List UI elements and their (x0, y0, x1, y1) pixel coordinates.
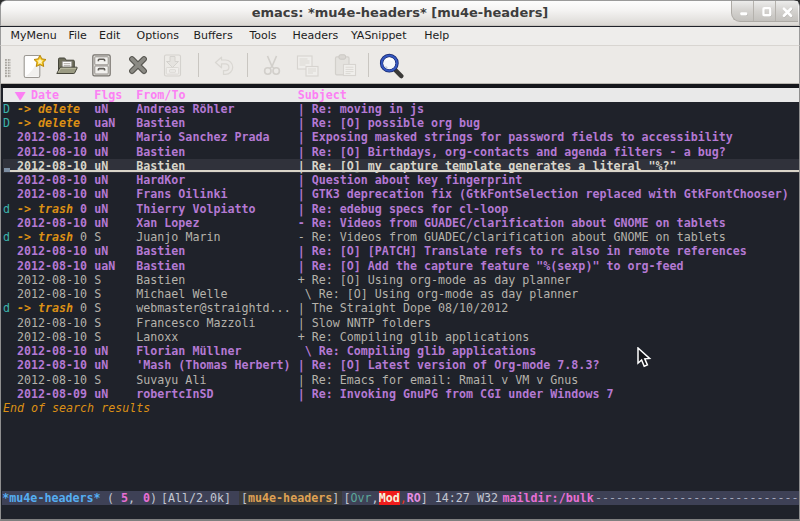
message-row-text: 2012-08-10 S Lanoxx + Re: Compiling glib… (3, 330, 529, 344)
menu-item-tools[interactable]: Tools (250, 29, 277, 42)
message-row[interactable]: 2012-08-10 S Suvayu Ali | Re: Emacs for … (3, 373, 799, 387)
message-from: robertcInSD (136, 387, 297, 401)
message-mark (3, 187, 17, 201)
message-row[interactable]: 2012-08-10 S Francesco Mazzoli | Slow NN… (3, 316, 799, 330)
message-date: 0 (73, 301, 94, 315)
menu-item-options[interactable]: Options (137, 29, 179, 42)
status-separator: , (400, 491, 407, 505)
message-row[interactable]: d -> trash 0 S Juanjo Marin - Re: Videos… (3, 230, 799, 244)
message-row[interactable]: D -> delete uN Andreas Röhler | Re: movi… (3, 102, 799, 116)
toolbar-grip[interactable] (5, 59, 11, 78)
message-row-text: d -> trash 0 uN Thierry Volpiatto | Re: … (3, 202, 508, 216)
message-row[interactable]: 2012-08-10 uN Frans Oilinki | GTK3 depre… (3, 187, 799, 201)
message-subject: - Re: Videos from GUADEC/clarification a… (298, 230, 726, 244)
paste-icon (332, 52, 358, 79)
title-bar[interactable]: emacs: *mu4e-headers* [mu4e-headers] (0, 0, 800, 26)
message-row[interactable]: 2012-08-10 uN 'Mash (Thomas Herbert) | R… (3, 358, 799, 372)
message-row[interactable]: 2012-08-10 uN Bastien | Re: [O] Birthday… (3, 145, 799, 159)
message-flags: S (94, 373, 136, 387)
close-buffer-icon (125, 52, 151, 79)
message-date: 2012-08-10 (17, 316, 94, 330)
mode-line: *mu4e-headers* ( 5, 0) [All/2.0k] [mu4e-… (2, 491, 799, 505)
message-date: 2012-08-10 (17, 244, 94, 258)
close-button[interactable] (776, 1, 798, 22)
modeline-mode: [mu4e-headers] (239, 491, 342, 505)
cut-button[interactable] (259, 52, 285, 79)
copy-icon (294, 52, 320, 79)
toolbar-separator (198, 53, 199, 77)
message-subject: | Re: Invoking GnuPG from CGI under Wind… (298, 387, 614, 401)
modeline-window-id: W32 (477, 491, 498, 505)
message-row[interactable]: 2012-08-10 uN Xan Lopez - Re: Videos fro… (3, 216, 799, 230)
message-row[interactable]: 2012-08-10 uN Bastien | Re: [O] [PATCH] … (3, 244, 799, 258)
menu-bar: MyMenuFileEditOptionsBuffersToolsHeaders… (0, 27, 800, 45)
message-flags: uN (94, 173, 136, 187)
message-subject: + Re: [O] Using org-mode as day planner (298, 273, 572, 287)
message-row-text: 2012-08-10 uN Xan Lopez - Re: Videos fro… (3, 216, 726, 230)
message-row-text: 2012-08-10 uN Frans Oilinki | GTK3 depre… (3, 187, 789, 201)
message-row[interactable]: 2012-08-10 uN Florian Müllner \ Re: Comp… (3, 344, 799, 358)
message-from: Juanjo Marin (136, 230, 297, 244)
message-date: 2012-08-10 (17, 216, 94, 230)
save-as-button[interactable] (160, 52, 186, 79)
position-mid: , (128, 491, 135, 505)
menu-item-file[interactable]: File (68, 29, 86, 42)
menu-item-help[interactable]: Help (424, 29, 449, 42)
message-row[interactable]: 2012-08-09 uN robertcInSD | Re: Invoking… (3, 387, 799, 401)
headers-column-header[interactable]: ▼ Date Flgs From/To Subject (3, 88, 799, 102)
save-buffer-button[interactable] (89, 52, 115, 79)
message-row[interactable]: 2012-08-10 uN Mario Sanchez Prada | Expo… (3, 130, 799, 144)
message-date: 2012-08-10 (17, 173, 94, 187)
message-row[interactable]: D -> delete uaN Bastien | Re: [O] possib… (3, 116, 799, 130)
message-flags: uN (94, 387, 136, 401)
message-row[interactable]: 2012-08-10 S Michael Welle \ Re: [O] Usi… (3, 287, 799, 301)
message-row-text: 2012-08-10 S Suvayu Ali | Re: Emacs for … (3, 373, 578, 387)
message-from: Lanoxx (136, 330, 297, 344)
message-subject: | Exposing masked strings for password f… (298, 130, 733, 144)
message-row[interactable]: d -> trash 0 uN Thierry Volpiatto | Re: … (3, 202, 799, 216)
menu-item-edit[interactable]: Edit (99, 29, 120, 42)
message-mark (3, 244, 17, 258)
message-row-text: 2012-08-10 S Francesco Mazzoli | Slow NN… (3, 316, 431, 330)
message-row-text: d -> trash 0 S webmaster@straightd... | … (3, 301, 508, 315)
message-flags: uaN (94, 116, 136, 130)
message-subject: | Re: [O] possible org bug (298, 116, 480, 130)
message-from: Bastien (136, 116, 297, 130)
message-row[interactable]: 2012-08-10 S Bastien + Re: [O] Using org… (3, 273, 799, 287)
undo-button[interactable] (212, 52, 238, 79)
toolbar-separator (247, 53, 248, 77)
message-subject: | Question about key fingerprint (298, 173, 523, 187)
message-mark (3, 387, 17, 401)
copy-button[interactable] (294, 52, 320, 79)
minimize-icon (732, 1, 754, 22)
message-row[interactable]: 2012-08-10 S Lanoxx + Re: Compiling glib… (3, 330, 799, 344)
message-date: 2012-08-10 (17, 373, 94, 387)
message-row-text: 2012-08-10 uN Mario Sanchez Prada | Expo… (3, 130, 733, 144)
menu-item-headers[interactable]: Headers (293, 29, 339, 42)
message-subject: | Re: moving in js (298, 102, 424, 116)
menu-item-buffers[interactable]: Buffers (194, 29, 233, 42)
message-row-text: D -> delete uaN Bastien | Re: [O] possib… (3, 116, 480, 130)
message-row[interactable]: 2012-08-10 uN HardKor | Question about k… (3, 173, 799, 187)
paste-button[interactable] (332, 52, 358, 79)
maximize-button[interactable] (754, 1, 776, 22)
message-row[interactable]: 2012-08-10 uaN Bastien | Re: [O] Add the… (3, 259, 799, 273)
message-list: D -> delete uN Andreas Röhler | Re: movi… (3, 102, 799, 416)
message-subject: | Re: [O] [PATCH] Translate refs to rc a… (298, 244, 747, 258)
message-flags: uN (94, 102, 136, 116)
menu-item-mymenu[interactable]: MyMenu (11, 29, 57, 42)
minimize-button[interactable] (732, 1, 754, 22)
close-buffer-button[interactable] (125, 52, 151, 79)
message-mark (3, 316, 17, 330)
message-row[interactable]: 2012-08-10 uN Bastien | Re: [O] my captu… (3, 159, 799, 173)
message-row[interactable]: d -> trash 0 S webmaster@straightd... | … (3, 301, 799, 315)
new-file-button[interactable] (21, 52, 47, 79)
open-file-button[interactable] (54, 52, 80, 79)
message-mark: D (3, 102, 17, 116)
message-date: 0 (73, 230, 94, 244)
current-line-underline (10, 170, 799, 172)
menu-item-yasnippet[interactable]: YASnippet (351, 29, 406, 42)
message-mark (3, 273, 17, 287)
search-button[interactable] (378, 52, 404, 79)
modeline-modified-flag: Mod (379, 491, 400, 505)
